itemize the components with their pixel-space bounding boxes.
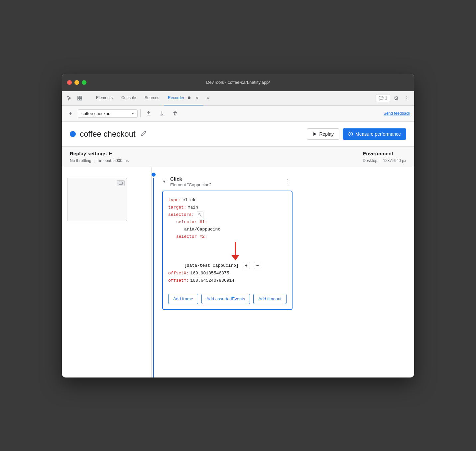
code-type-line: type: click [168, 197, 287, 204]
window-title: DevTools - coffee-cart.netlify.app/ [206, 80, 270, 85]
notification-icon: 💬 [379, 96, 384, 100]
notification-button[interactable]: 💬 1 [376, 94, 390, 102]
step-thumbnail [67, 178, 127, 221]
recording-selector[interactable]: coffee checkout ▾ [78, 109, 138, 118]
svg-rect-1 [80, 96, 82, 98]
settings-button[interactable]: ⚙ [392, 93, 401, 103]
code-type-key: type: [168, 197, 181, 204]
settings-left: Replay settings ▶ No throttling Timeout:… [70, 151, 129, 163]
settings-divider [94, 159, 94, 163]
tab-elements[interactable]: Elements [92, 91, 117, 105]
replay-settings-title[interactable]: Replay settings ▶ [70, 151, 129, 156]
send-feedback-link[interactable]: Send feedback [384, 111, 410, 116]
code-selector1-val: aria/Cappucino [184, 226, 220, 233]
environment-title: Environment [363, 151, 406, 156]
steps-content: ▼ Click Element "Cappucino" ⋮ type: [156, 167, 299, 317]
upload-icon [146, 111, 151, 116]
play-icon [312, 132, 317, 136]
step-more-menu-button[interactable]: ⋮ [283, 177, 293, 186]
step-code-block: type: click target: main selectors: [162, 191, 293, 310]
step-dot-column [152, 167, 156, 377]
code-selector2-val-line: [data-test=Cappucino] + − [168, 262, 287, 270]
code-selectors-line: selectors: [168, 211, 287, 219]
step-vertical-line [153, 178, 154, 377]
step-type-label: Click [170, 176, 211, 182]
add-recording-button[interactable]: + [66, 109, 75, 118]
delete-button[interactable] [170, 108, 180, 119]
replay-settings-bar: Replay settings ▶ No throttling Timeout:… [62, 147, 414, 167]
download-icon [159, 111, 165, 116]
more-vert-icon: ⋮ [404, 95, 410, 101]
delete-icon [173, 111, 178, 116]
selector-add-remove-buttons: + − [243, 262, 261, 270]
tab-bar-left [64, 91, 89, 105]
svg-rect-8 [120, 183, 122, 183]
remove-selector-button[interactable]: − [254, 262, 261, 269]
minimize-button[interactable] [74, 80, 79, 85]
tab-bar-right: 💬 1 ⚙ ⋮ [376, 91, 412, 105]
selector-icon[interactable] [197, 212, 203, 218]
step-timeline: ▼ Click Element "Cappucino" ⋮ type: [152, 167, 299, 377]
add-frame-button[interactable]: Add frame [168, 294, 198, 304]
performance-icon [348, 131, 353, 137]
toolbar: + coffee checkout ▾ Send feedback [62, 106, 414, 122]
settings-expand-arrow: ▶ [109, 151, 112, 156]
code-selector1-line: selector #1: [168, 219, 287, 226]
more-button[interactable]: ⋮ [402, 93, 412, 103]
step-header: ▼ Click Element "Cappucino" ⋮ [162, 173, 293, 191]
tab-more-button[interactable]: » [204, 91, 212, 105]
recorder-dot-icon [187, 95, 191, 100]
tab-bar: Elements Console Sources Recorder ✕ » 💬 … [62, 91, 414, 106]
tab-sources[interactable]: Sources [141, 91, 163, 105]
code-offsetX-key: offsetX: [168, 270, 189, 277]
step-action-buttons: Add frame Add assertedEvents Add timeout [168, 290, 287, 304]
svg-rect-2 [78, 98, 79, 100]
add-timeout-button[interactable]: Add timeout [253, 294, 286, 304]
maximize-button[interactable] [82, 80, 86, 85]
inspect-icon-btn[interactable] [75, 93, 84, 103]
header-actions: Replay Measure performance [307, 128, 406, 140]
code-type-val: click [182, 197, 195, 204]
code-selectors-key: selectors: [168, 211, 194, 219]
recording-title: coffee checkout [80, 129, 136, 139]
arrow-annotation [184, 242, 287, 260]
environment-details: Desktop 1237×940 px [363, 158, 406, 163]
step-info: Click Element "Cappucino" [170, 176, 211, 187]
recording-dot [70, 131, 76, 137]
red-arrow-icon [231, 242, 239, 260]
code-selector1-val-line: aria/Cappucino [168, 226, 287, 233]
edit-title-button[interactable] [140, 129, 148, 139]
notification-count: 1 [385, 96, 387, 100]
code-selector2-key: selector #2: [176, 233, 207, 240]
arrow-shaft [235, 242, 236, 255]
cursor-icon-btn[interactable] [64, 93, 74, 103]
traffic-lights [67, 80, 86, 85]
code-selector1-key: selector #1: [176, 219, 207, 226]
export-button[interactable] [143, 108, 154, 119]
recording-header: coffee checkout Replay [70, 128, 406, 140]
code-offsetX-val: 169.90185546875 [190, 270, 229, 277]
env-divider [380, 159, 380, 163]
close-button[interactable] [67, 80, 72, 85]
code-selector2-line: selector #2: [168, 233, 287, 240]
measure-performance-button[interactable]: Measure performance [343, 128, 406, 140]
code-offsetY-key: offsetY: [168, 277, 189, 284]
svg-rect-7 [119, 182, 122, 185]
add-asserted-events-button[interactable]: Add assertedEvents [201, 294, 250, 304]
step-expand-arrow[interactable]: ▼ [162, 179, 168, 184]
tab-close-button[interactable]: ✕ [194, 95, 199, 100]
chevron-down-icon: ▾ [132, 111, 134, 116]
recording-selector-name: coffee checkout [81, 111, 131, 116]
replay-button[interactable]: Replay [307, 128, 339, 140]
add-selector-button[interactable]: + [243, 262, 250, 269]
step-dot [152, 173, 156, 177]
tab-console[interactable]: Console [117, 91, 140, 105]
import-button[interactable] [157, 108, 167, 119]
code-target-line: target: main [168, 204, 287, 211]
tab-recorder[interactable]: Recorder ✕ [164, 91, 203, 105]
code-selector2-val: [data-test=Cappucino] [184, 262, 239, 269]
code-target-key: target: [168, 204, 186, 211]
devtools-window: DevTools - coffee-cart.netlify.app/ Elem… [62, 74, 414, 377]
svg-point-6 [350, 133, 351, 134]
code-offsetY-val: 108.6452407836914 [190, 277, 234, 284]
